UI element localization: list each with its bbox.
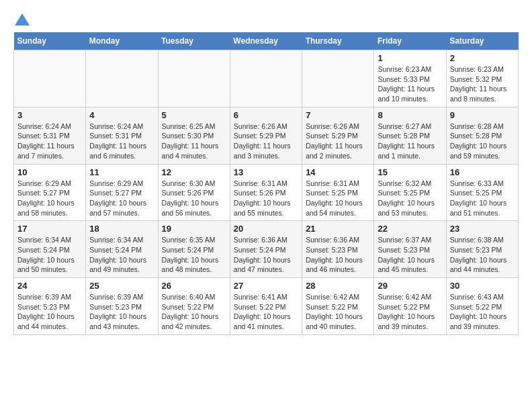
logo: [13, 13, 30, 26]
day-cell: 18Sunrise: 6:34 AM Sunset: 5:24 PM Dayli…: [86, 221, 158, 278]
day-cell: 7Sunrise: 6:26 AM Sunset: 5:29 PM Daylig…: [302, 107, 374, 164]
day-cell: 25Sunrise: 6:39 AM Sunset: 5:23 PM Dayli…: [86, 278, 158, 335]
day-number: 5: [162, 110, 226, 120]
day-cell: 29Sunrise: 6:42 AM Sunset: 5:22 PM Dayli…: [374, 278, 446, 335]
day-number: 18: [89, 224, 154, 234]
week-row-3: 10Sunrise: 6:29 AM Sunset: 5:27 PM Dayli…: [14, 164, 519, 221]
day-cell: 11Sunrise: 6:29 AM Sunset: 5:27 PM Dayli…: [86, 164, 158, 221]
week-row-2: 3Sunrise: 6:24 AM Sunset: 5:31 PM Daylig…: [14, 107, 519, 164]
day-detail: Sunrise: 6:33 AM Sunset: 5:25 PM Dayligh…: [450, 179, 515, 218]
day-number: 25: [89, 281, 154, 291]
weekday-header-thursday: Thursday: [302, 32, 374, 50]
week-row-5: 24Sunrise: 6:39 AM Sunset: 5:23 PM Dayli…: [14, 278, 519, 335]
day-detail: Sunrise: 6:31 AM Sunset: 5:25 PM Dayligh…: [306, 179, 370, 218]
day-number: 27: [234, 281, 298, 291]
day-cell: 28Sunrise: 6:42 AM Sunset: 5:22 PM Dayli…: [302, 278, 374, 335]
day-cell: 27Sunrise: 6:41 AM Sunset: 5:22 PM Dayli…: [230, 278, 302, 335]
day-cell: 4Sunrise: 6:24 AM Sunset: 5:31 PM Daylig…: [86, 107, 158, 164]
day-cell: [86, 50, 158, 107]
week-row-4: 17Sunrise: 6:34 AM Sunset: 5:24 PM Dayli…: [14, 221, 519, 278]
day-cell: 6Sunrise: 6:26 AM Sunset: 5:29 PM Daylig…: [230, 107, 302, 164]
day-detail: Sunrise: 6:24 AM Sunset: 5:31 PM Dayligh…: [17, 122, 82, 161]
weekday-header-row: SundayMondayTuesdayWednesdayThursdayFrid…: [14, 32, 519, 50]
day-number: 6: [234, 110, 298, 120]
day-number: 4: [89, 110, 154, 120]
weekday-header-friday: Friday: [374, 32, 446, 50]
day-number: 30: [450, 281, 515, 291]
day-detail: Sunrise: 6:32 AM Sunset: 5:25 PM Dayligh…: [378, 179, 442, 218]
day-number: 16: [450, 167, 515, 177]
day-detail: Sunrise: 6:29 AM Sunset: 5:27 PM Dayligh…: [89, 179, 154, 218]
day-detail: Sunrise: 6:41 AM Sunset: 5:22 PM Dayligh…: [234, 292, 298, 332]
day-number: 11: [89, 167, 154, 177]
day-number: 12: [162, 167, 226, 177]
day-number: 7: [306, 110, 370, 120]
day-cell: 19Sunrise: 6:35 AM Sunset: 5:24 PM Dayli…: [158, 221, 230, 278]
day-cell: 1Sunrise: 6:23 AM Sunset: 5:33 PM Daylig…: [374, 50, 446, 107]
day-detail: Sunrise: 6:26 AM Sunset: 5:29 PM Dayligh…: [234, 122, 298, 161]
day-cell: 22Sunrise: 6:37 AM Sunset: 5:23 PM Dayli…: [374, 221, 446, 278]
day-detail: Sunrise: 6:26 AM Sunset: 5:29 PM Dayligh…: [306, 122, 370, 161]
weekday-header-wednesday: Wednesday: [230, 32, 302, 50]
week-row-1: 1Sunrise: 6:23 AM Sunset: 5:33 PM Daylig…: [14, 50, 519, 107]
day-number: 26: [162, 281, 226, 291]
day-number: 22: [378, 224, 442, 234]
day-number: 19: [162, 224, 226, 234]
day-detail: Sunrise: 6:24 AM Sunset: 5:31 PM Dayligh…: [89, 122, 154, 161]
day-cell: 9Sunrise: 6:28 AM Sunset: 5:28 PM Daylig…: [446, 107, 518, 164]
day-cell: 30Sunrise: 6:43 AM Sunset: 5:22 PM Dayli…: [446, 278, 518, 335]
day-cell: 24Sunrise: 6:39 AM Sunset: 5:23 PM Dayli…: [14, 278, 86, 335]
day-detail: Sunrise: 6:36 AM Sunset: 5:23 PM Dayligh…: [306, 235, 370, 275]
day-number: 1: [378, 53, 442, 63]
day-detail: Sunrise: 6:29 AM Sunset: 5:27 PM Dayligh…: [17, 179, 82, 218]
day-cell: 16Sunrise: 6:33 AM Sunset: 5:25 PM Dayli…: [446, 164, 518, 221]
day-cell: 5Sunrise: 6:25 AM Sunset: 5:30 PM Daylig…: [158, 107, 230, 164]
svg-marker-0: [15, 13, 30, 26]
day-cell: [158, 50, 230, 107]
day-cell: 23Sunrise: 6:38 AM Sunset: 5:23 PM Dayli…: [446, 221, 518, 278]
day-number: 15: [378, 167, 442, 177]
weekday-header-tuesday: Tuesday: [158, 32, 230, 50]
day-number: 20: [234, 224, 298, 234]
day-detail: Sunrise: 6:43 AM Sunset: 5:22 PM Dayligh…: [450, 292, 515, 332]
calendar-table: SundayMondayTuesdayWednesdayThursdayFrid…: [13, 32, 519, 335]
day-cell: 14Sunrise: 6:31 AM Sunset: 5:25 PM Dayli…: [302, 164, 374, 221]
logo-blue: [13, 13, 30, 26]
day-cell: [302, 50, 374, 107]
day-detail: Sunrise: 6:30 AM Sunset: 5:26 PM Dayligh…: [162, 179, 226, 218]
day-number: 17: [17, 224, 82, 234]
day-detail: Sunrise: 6:35 AM Sunset: 5:24 PM Dayligh…: [162, 235, 226, 275]
day-cell: 17Sunrise: 6:34 AM Sunset: 5:24 PM Dayli…: [14, 221, 86, 278]
day-detail: Sunrise: 6:37 AM Sunset: 5:23 PM Dayligh…: [378, 235, 442, 275]
day-detail: Sunrise: 6:27 AM Sunset: 5:28 PM Dayligh…: [378, 122, 442, 161]
day-cell: 10Sunrise: 6:29 AM Sunset: 5:27 PM Dayli…: [14, 164, 86, 221]
day-cell: 20Sunrise: 6:36 AM Sunset: 5:24 PM Dayli…: [230, 221, 302, 278]
day-number: 2: [450, 53, 515, 63]
weekday-header-monday: Monday: [86, 32, 158, 50]
day-number: 23: [450, 224, 515, 234]
day-number: 21: [306, 224, 370, 234]
weekday-header-saturday: Saturday: [446, 32, 518, 50]
day-detail: Sunrise: 6:40 AM Sunset: 5:22 PM Dayligh…: [162, 292, 226, 332]
day-detail: Sunrise: 6:34 AM Sunset: 5:24 PM Dayligh…: [17, 235, 82, 275]
day-cell: 26Sunrise: 6:40 AM Sunset: 5:22 PM Dayli…: [158, 278, 230, 335]
day-number: 28: [306, 281, 370, 291]
day-detail: Sunrise: 6:39 AM Sunset: 5:23 PM Dayligh…: [17, 292, 82, 332]
day-number: 29: [378, 281, 442, 291]
weekday-header-sunday: Sunday: [14, 32, 86, 50]
day-number: 9: [450, 110, 515, 120]
day-detail: Sunrise: 6:42 AM Sunset: 5:22 PM Dayligh…: [378, 292, 442, 332]
day-detail: Sunrise: 6:28 AM Sunset: 5:28 PM Dayligh…: [450, 122, 515, 161]
day-number: 10: [17, 167, 82, 177]
page-header: [13, 13, 519, 26]
day-cell: 15Sunrise: 6:32 AM Sunset: 5:25 PM Dayli…: [374, 164, 446, 221]
day-detail: Sunrise: 6:31 AM Sunset: 5:26 PM Dayligh…: [234, 179, 298, 218]
day-cell: 8Sunrise: 6:27 AM Sunset: 5:28 PM Daylig…: [374, 107, 446, 164]
day-number: 14: [306, 167, 370, 177]
day-cell: 2Sunrise: 6:23 AM Sunset: 5:32 PM Daylig…: [446, 50, 518, 107]
day-detail: Sunrise: 6:23 AM Sunset: 5:33 PM Dayligh…: [378, 64, 442, 104]
day-detail: Sunrise: 6:36 AM Sunset: 5:24 PM Dayligh…: [234, 235, 298, 275]
day-cell: 12Sunrise: 6:30 AM Sunset: 5:26 PM Dayli…: [158, 164, 230, 221]
day-detail: Sunrise: 6:25 AM Sunset: 5:30 PM Dayligh…: [162, 122, 226, 161]
day-detail: Sunrise: 6:39 AM Sunset: 5:23 PM Dayligh…: [89, 292, 154, 332]
